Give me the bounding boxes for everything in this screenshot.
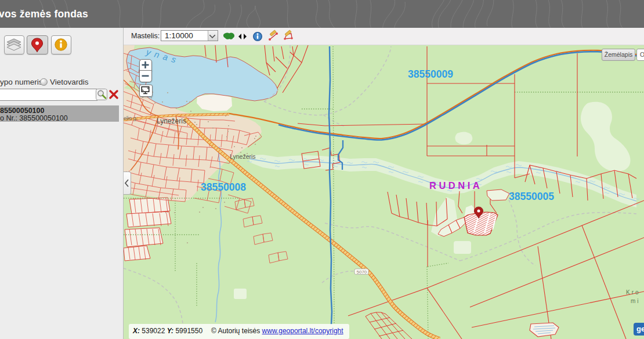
svg-text:elio g.: elio g. (124, 115, 138, 121)
svg-text:5070: 5070 (357, 269, 367, 275)
svg-text:Kro: Kro (626, 289, 641, 296)
svg-text:RUDNIA: RUDNIA (429, 180, 482, 191)
svg-text:38550009: 38550009 (408, 68, 453, 80)
svg-text:Lynežeris: Lynežeris (230, 153, 256, 160)
svg-text:38550005: 38550005 (509, 191, 554, 202)
svg-text:Lynežeris: Lynežeris (157, 117, 186, 125)
svg-text:38550008: 38550008 (201, 181, 246, 193)
svg-text:mi: mi (631, 298, 641, 304)
